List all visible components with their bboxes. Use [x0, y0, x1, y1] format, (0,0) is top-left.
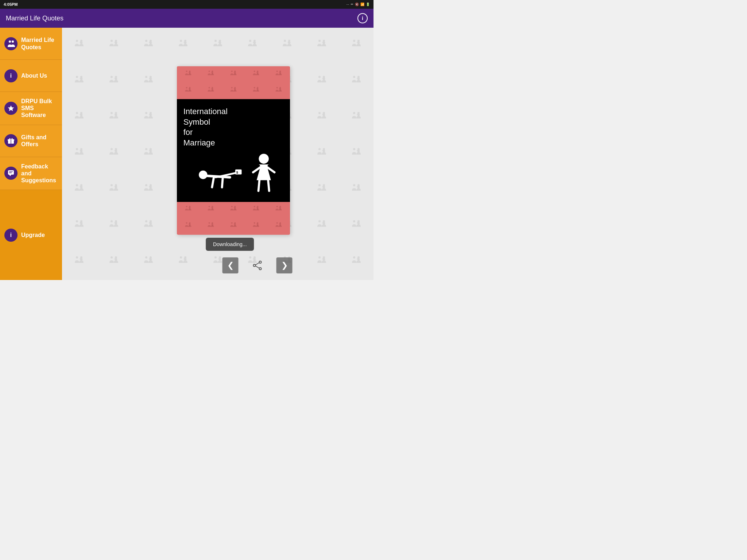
card-bg-couple: [267, 66, 290, 83]
svg-point-78: [318, 148, 321, 150]
svg-marker-2: [8, 105, 14, 111]
bg-couple-icon: [304, 136, 339, 172]
share-button[interactable]: [249, 257, 266, 273]
header-info-button[interactable]: i: [357, 13, 368, 23]
svg-point-116: [353, 220, 355, 222]
svg-point-170: [208, 206, 210, 207]
bg-couple-icon: [339, 208, 374, 244]
battery-icon: 🔋: [366, 3, 370, 6]
svg-point-144: [276, 70, 278, 72]
bg-couple-icon: [62, 64, 97, 100]
info-icon: i: [362, 15, 363, 21]
main-layout: Married Life Quotes i About Us DRPU Bulk…: [0, 28, 374, 280]
svg-point-118: [76, 256, 78, 258]
bg-couple-icon: [131, 172, 166, 208]
svg-point-184: [253, 222, 255, 224]
svg-point-0: [9, 40, 11, 43]
svg-line-158: [212, 178, 214, 187]
svg-point-14: [145, 40, 147, 42]
svg-point-44: [353, 76, 355, 78]
card-bg-couple: [267, 83, 290, 99]
svg-point-120: [111, 256, 113, 258]
bg-couple-icon: [166, 244, 201, 280]
sidebar-item-drpu-bulk-sms[interactable]: DRPU Bulk SMS Software: [0, 92, 62, 125]
svg-point-122: [145, 256, 147, 258]
stick-figures-svg: $: [183, 152, 283, 194]
bg-couple-icon: [131, 136, 166, 172]
bg-couple-icon: [131, 244, 166, 280]
svg-point-68: [145, 148, 147, 150]
bg-couple-icon: [131, 208, 166, 244]
bg-couple-icon: [131, 64, 166, 100]
bg-couple-icon: [304, 208, 339, 244]
svg-point-82: [76, 184, 78, 186]
card-bg-couple: [222, 66, 245, 83]
downloading-text: Downloading...: [213, 241, 247, 247]
sidebar-item-feedback[interactable]: Feedback and Suggestions: [0, 157, 62, 190]
card-bg-couple: [177, 66, 200, 83]
bluetooth-icon: ⚰: [351, 3, 353, 6]
card-bg-couple: [245, 66, 267, 83]
svg-point-180: [208, 222, 210, 224]
quote-card: (function() { const ctp = document.query…: [177, 66, 290, 235]
svg-point-150: [231, 87, 232, 88]
bg-couple-icon: [62, 136, 97, 172]
next-button[interactable]: ❯: [276, 257, 293, 273]
svg-point-134: [353, 256, 355, 258]
sidebar-item-married-life-quotes[interactable]: Married Life Quotes: [0, 28, 62, 60]
svg-point-66: [111, 148, 113, 150]
svg-point-46: [76, 112, 78, 114]
sidebar-item-upgrade[interactable]: i Upgrade: [0, 190, 62, 280]
svg-point-176: [276, 206, 278, 207]
sidebar-item-about-us[interactable]: i About Us: [0, 60, 62, 92]
svg-point-10: [76, 40, 78, 42]
svg-point-156: [199, 171, 207, 179]
sidebar-item-label-married-life-quotes: Married Life Quotes: [21, 36, 58, 50]
prev-icon: ❮: [227, 261, 234, 270]
bg-couple-icon: [304, 172, 339, 208]
svg-point-178: [186, 222, 187, 224]
card-bg-couple-bottom: [200, 218, 222, 235]
prev-button[interactable]: ❮: [222, 257, 239, 273]
bg-couple-icon: [235, 28, 270, 64]
sidebar-item-gifts-and-offers[interactable]: Gifts and Offers: [0, 125, 62, 157]
svg-point-124: [180, 256, 182, 258]
bg-couple-icon: [62, 100, 97, 136]
card-bg-couple-bottom: [245, 218, 267, 235]
bg-couple-icon: [97, 208, 131, 244]
bg-couple-icon: [339, 64, 374, 100]
card-image-area: InternationalSymbolforMarriage $: [177, 99, 290, 202]
svg-line-159: [222, 178, 222, 187]
svg-point-146: [186, 87, 187, 88]
bg-couple-icon: [201, 28, 235, 64]
bg-couple-icon: [339, 244, 374, 280]
svg-point-148: [208, 87, 210, 88]
svg-point-163: [259, 154, 268, 164]
svg-point-24: [318, 40, 321, 42]
svg-point-1: [12, 40, 14, 43]
content-area: (function() { const bp = document.queryS…: [62, 28, 374, 280]
svg-point-172: [231, 206, 232, 207]
svg-point-60: [318, 112, 321, 114]
sidebar-item-label-drpu: DRPU Bulk SMS Software: [21, 98, 58, 119]
svg-point-48: [111, 112, 113, 114]
about-info-icon: i: [4, 69, 18, 82]
svg-point-100: [76, 220, 78, 222]
status-icons: ··· ⚰ 🔇 📶 🔋: [346, 3, 370, 6]
bg-couple-icon: [97, 64, 131, 100]
svg-point-189: [253, 264, 256, 267]
bg-couple-icon: [339, 28, 374, 64]
svg-point-102: [111, 220, 113, 222]
bg-couple-icon: [97, 244, 131, 280]
svg-point-20: [249, 40, 251, 42]
svg-point-114: [318, 220, 321, 222]
svg-point-152: [253, 87, 255, 88]
navigation-row: ❮ ❯: [201, 257, 314, 273]
card-quote-text: InternationalSymbolforMarriage: [183, 106, 228, 148]
bg-couple-icon: [62, 244, 97, 280]
svg-point-98: [353, 184, 355, 186]
card-bg-couple: [245, 83, 267, 99]
svg-marker-7: [9, 175, 11, 176]
bg-couple-icon: [304, 64, 339, 100]
svg-point-190: [259, 268, 262, 270]
